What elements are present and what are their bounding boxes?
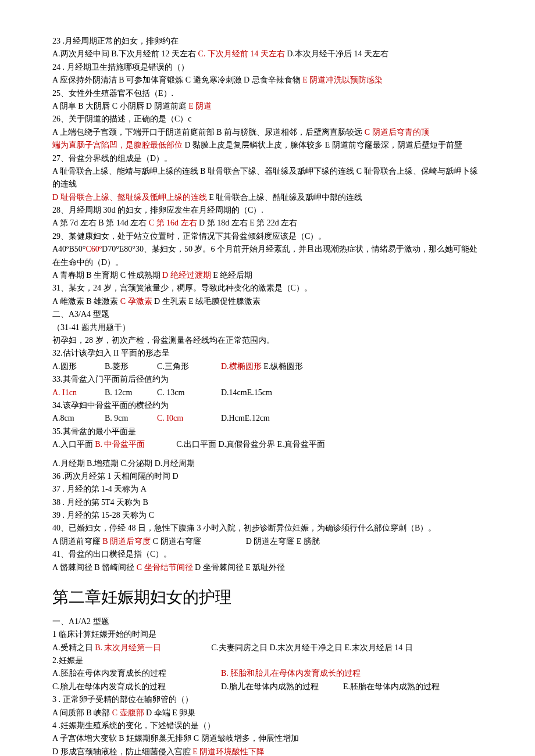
opt-a: A.胚胎在母体内发育成长的过程 [52,667,221,680]
opt-a: A 阴阜 [52,102,78,110]
opt-b: B 前与膀胱、尿道相邻，后壁离直肠较远 [216,128,364,137]
opt-b: B. 9cm [105,412,157,425]
opt-e: E.真骨盆平面 [277,440,325,449]
opt-e: E 阴道前穹窿最深，阴道后壁短于前壁 [325,141,462,149]
opt-b: B.菱形 [105,360,157,373]
text: 二、A3/A4 型题 [52,310,109,318]
text: 一、A1/A2 型题 [52,617,109,626]
text: 41、骨盆的出口横径是指（C）。 [52,550,172,558]
q31-options: A 雌激素 B 雄激素 C 孕激素 D 生乳素 E 绒毛膜促性腺激素 [52,295,483,308]
opt-e: E 耻骨联合上缘、酷耻缘及舐岬中部的连线 [209,193,362,202]
q33-stem: 33.其骨盆入门平面前后径值约为 [52,373,483,386]
opt-c: C. 13cm [157,386,221,399]
text: 初孕妇，28 岁，初次产检，骨盆测量各经线均在正常范围内。 [52,336,274,345]
opt-c: C.胎儿在母体内发育成长的过程 [52,680,221,693]
q29-stem: 29、某健康妇女，处于站立位置时，正常情况下其骨盆倾斜度应该是（C）。 [52,230,483,243]
text: 25、女性外生殖器官不包括（E）. [52,89,173,98]
opt-c: C 孕激素 [120,297,154,306]
opt-c: C 第 16d 左右 [149,218,199,227]
text: 26、关于阴道的描述，正确的是（C）c [52,114,192,123]
q36: 36 .两次月经第 1 天相间隔的时间 D [52,470,483,483]
text: A.月经期 B.增殖期 C.分泌期 D.月经周期 [52,459,195,468]
opt-d: D 第 18d 左右 [199,218,249,227]
text: 4 .妊娠期生殖系统的变化，下述错误的是（） [52,721,215,730]
opt-de: D.HcmE.12cm [221,414,270,422]
opt-a: A. I1cn [52,386,105,399]
text: 33.其骨盆入门平面前后径值约为 [52,375,169,384]
opt-e: E 膀胱 [297,537,320,546]
opt-d: D.胎儿在母体内成熟的过程 [221,680,343,693]
opt-e: E.末次月经后 14 日 [345,643,413,652]
opt-e: E 绝经后期 [213,271,252,280]
q30-options: A 青春期 B 生育期 C 性成熟期 D 绝经过渡期 E 绝经后期 [52,269,483,282]
q26-stem: 26、关于阴道的描述，正确的是（C）c [52,113,483,126]
opt-e: E 阴道冲洗以预防感染 [302,76,383,84]
opt-c1: C 阴道后穹青的顶 [365,128,429,137]
q27-stem: 27、骨盆分界线的组成是（D）。 [52,152,483,165]
opt-d: D 黏膜上皮是复层鳞状上皮，腺体较多 [185,141,325,149]
chapter2-sec1: 一、A1/A2 型题 [52,615,483,628]
c2q1-stem: 1 临床计算妊娠开始的时间是 [52,628,483,641]
opt-d: D 阴道前庭 [146,102,188,110]
opt-a: A 雌激素 [52,297,86,306]
opt-d: D 耻骨联合上缘、懿耻缘及骶岬上缘的连线 [52,193,209,202]
c2q4-stem: 4 .妊娠期生殖系统的变化，下述错误的是（） [52,719,483,732]
q40-options: A 阴道前穹窿 B 阴道后穹度 C 阴道右穹窿D 阴道左穹窿 E 膀胱 [52,535,483,548]
q41-stem: 41、骨盆的出口横径是指（C）。 [52,548,483,561]
opt-a: A.两次月经中间 [52,49,111,58]
text: 1 临床计算妊娠开始的时间是 [52,630,156,639]
text: 2.妊娠是 [52,656,83,665]
opt-c: C 性成熟期 [120,271,162,280]
opt-e: E.胚胎在母体内成熟的过程 [343,682,440,691]
opt-d: D 坐骨棘间径 [195,563,245,572]
opt-d: D 阴道左穹窿 [246,537,297,546]
q27-options-1: A 耻骨联合上缘、能靖与舐岬上缘的连线 B 耻骨联合下缘、器耻缘及舐岬下缘的连线… [52,165,483,191]
opt-e: E 第 22d 左右 [249,218,297,227]
q37: 37 . 月经的第 1-4 天称为 A [52,483,483,496]
q25-options: A 阴阜 B 大阴唇 C 小阴唇 D 阴道前庭 E 阴道 [52,100,483,113]
opt-d: D 忌食辛辣食物 [244,76,302,84]
opt-b: B 大阴唇 [78,102,112,110]
text: 24 . 月经期卫生措施哪项是错误的（） [52,63,189,71]
q35-stem: 35.其骨盆的最小平面是 [52,425,483,438]
opt-d: D 形成宫颈轴液栓，防止细菌侵入宫腔 [52,747,192,756]
q34-options: A.8cmB. 9cmC. I0cmD.HcmE.12cm [52,412,483,425]
opt-c: C 壶腹部 [112,708,146,717]
text: 39 . 月经的第 15-28 天称为 C [52,511,154,519]
opt-b: B.下次月经前 12 天左右 [111,49,198,58]
opt-a: A.受精之日 [52,643,95,652]
opt-a: A.圆形 [52,360,105,373]
opt-b: B 第 14d 左右 [98,218,148,227]
q39: 39 . 月经的第 15-28 天称为 C [52,509,483,522]
q32-options: A.圆形B.菱形C.三角形D.横椭圆形 E.纵椭圆形 [52,360,483,373]
c2q4-options-1: A 子宫体增大变软 B 妊娠期卵巢无排卵 C 阴道皱岐增多，伸展性增加 [52,732,483,745]
text: 23 .月经周期正常的妇女，排卵约在 [52,37,179,45]
q29-de: D70°E80° [102,245,135,253]
opt-b: B 峡部 [86,708,112,717]
opt-b: B. 中骨盆平面 [95,438,176,451]
q26-options-2: 端为直肠子宫陷凹，是腹腔最低部位 D 黏膜上皮是复层鳞状上皮，腺体较多 E 阴道… [52,139,483,152]
opt-a: A.入口平面 [52,440,95,449]
opt-c: C 坐骨结节间径 [137,563,195,572]
text: 32.估计该孕妇入 II 平面的形态呈 [52,349,170,357]
opt-c: C 阴道皱岐增多，伸展性增加 [194,734,299,743]
text: 38 . 月经的第 5T4 天称为 B [52,498,148,507]
opt-c: C. 下次月经前 14 天左右 [198,49,287,58]
c2q2-stem: 2.妊娠是 [52,654,483,667]
q40-stem: 40、已婚妇女，停经 48 日，急性下腹痛 3 小时入院，初步诊断异位妊娠，为确… [52,522,483,535]
text: 31、某女，24 岁，宫颈簧液量少，稠厚。导致此种变化的激素是（C）。 [52,284,312,292]
c2q2-options-1: A.胚胎在母体内发育成长的过程B. 胚胎和胎儿在母体内发育成长的过程 [52,667,483,680]
q32-stem: 32.估计该孕妇入 II 平面的形态呈 [52,347,483,360]
opt-a: A 耻骨联合上缘、能靖与舐岬上缘的连线 [52,167,200,175]
text: （31-41 题共用题干） [52,323,130,332]
q38: 38 . 月经的第 5T4 天称为 B [52,496,483,509]
text: 27、骨盆分界线的组成是（D）。 [52,154,172,163]
c2q1-options: A.受精之日 B. 末次月经第一日C.夫妻同房之日 D.末次月经干净之日 E.末… [52,642,483,654]
opt-a: A.8cm [52,412,105,425]
text: 35.其骨盆的最小平面是 [52,427,136,436]
opt-c: C.三角形 [157,360,221,373]
opt-e: E 卵巢 [172,708,195,717]
q31-stem: 31、某女，24 岁，宫颈簧液量少，稠厚。导致此种变化的激素是（C）。 [52,282,483,295]
opt-d: D.末次月经干净之日 [269,643,344,652]
opt-a: A 间质部 [52,708,86,717]
